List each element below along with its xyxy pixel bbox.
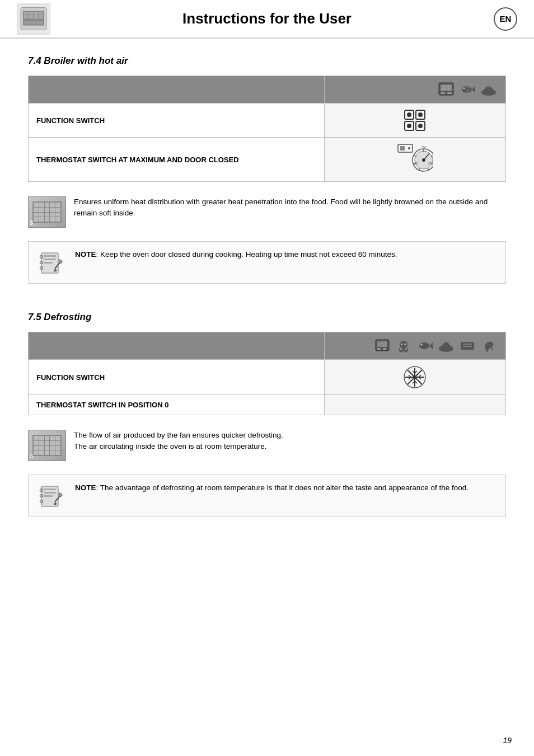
svg-point-67 xyxy=(400,341,407,349)
defrost-function-icon xyxy=(332,365,498,389)
section-74-table: FUNCTION SWITCH xyxy=(28,76,506,182)
svg-text:250: 250 xyxy=(421,145,427,149)
page-title: Instructions for the User xyxy=(182,10,352,27)
function-switch-75-label: FUNCTION SWITCH xyxy=(29,360,325,395)
oven-shelf-number: 3 xyxy=(30,219,33,226)
defrost-icon-2 xyxy=(395,337,413,355)
thermostat-75-icon-cell xyxy=(324,395,505,415)
thermostat-label: THERMOSTAT SWITCH AT MAXIMUM AND DOOR CL… xyxy=(29,138,325,182)
function-switch-75-row: FUNCTION SWITCH xyxy=(29,360,506,395)
svg-rect-74 xyxy=(461,342,474,350)
svg-rect-64 xyxy=(377,341,387,347)
thermostat-row: THERMOSTAT SWITCH AT MAXIMUM AND DOOR CL… xyxy=(29,138,506,182)
svg-rect-56 xyxy=(44,262,53,264)
section-75-note: NOTE: The advantage of defrosting at roo… xyxy=(28,475,506,517)
svg-point-72 xyxy=(421,344,423,346)
svg-rect-93 xyxy=(44,492,56,494)
section-75-info-text: The flow of air produced by the fan ensu… xyxy=(74,430,506,453)
section-74-note: NOTE: Keep the oven door closed during c… xyxy=(28,241,506,284)
table-75-header-row xyxy=(29,332,506,360)
section-75-info: 3 The flow of air produced by the fan en… xyxy=(28,424,506,467)
section-75-title: 7.5 Defrosting xyxy=(28,312,506,323)
svg-point-70 xyxy=(419,342,429,349)
svg-point-31 xyxy=(418,112,423,117)
svg-rect-37 xyxy=(400,146,405,151)
thermostat-75-label: THERMOSTAT SWITCH IN POSITION 0 xyxy=(29,395,325,415)
function-switch-row: FUNCTION SWITCH xyxy=(29,104,506,138)
thermostat-dial-icon: 250 200 100 xyxy=(332,143,498,176)
table-header-row xyxy=(29,76,506,104)
svg-text:200: 200 xyxy=(428,162,433,165)
fish-icon xyxy=(458,81,476,98)
svg-rect-55 xyxy=(44,259,56,260)
svg-marker-18 xyxy=(472,86,475,93)
svg-rect-66 xyxy=(383,348,386,350)
svg-point-38 xyxy=(408,147,410,149)
svg-rect-16 xyxy=(447,92,452,94)
table-75-header-empty xyxy=(29,332,325,360)
table-75-header-icons xyxy=(324,332,505,360)
svg-rect-36 xyxy=(398,144,413,152)
roast-icon xyxy=(480,81,498,98)
logo-image xyxy=(17,3,50,34)
section-75-note-text: NOTE: The advantage of defrosting at roo… xyxy=(75,482,469,494)
defrost-icon-5 xyxy=(458,337,476,355)
main-content: 7.4 Broiler with hot air xyxy=(0,39,534,551)
page-header: Instructions for the User EN xyxy=(0,0,534,39)
svg-rect-94 xyxy=(44,495,53,497)
svg-point-35 xyxy=(418,124,423,128)
defrost-icon-1 xyxy=(373,337,391,355)
function-switch-label: FUNCTION SWITCH xyxy=(29,104,325,138)
svg-line-48 xyxy=(419,168,420,170)
svg-line-45 xyxy=(428,168,429,170)
svg-marker-71 xyxy=(429,342,433,349)
svg-point-90 xyxy=(413,375,416,379)
table-header-empty xyxy=(29,76,325,104)
svg-rect-65 xyxy=(377,348,381,350)
svg-rect-15 xyxy=(441,92,445,94)
oven-shelf-number-75: 3 xyxy=(30,453,33,459)
defrost-icon-6 xyxy=(480,337,498,355)
svg-point-19 xyxy=(463,88,465,90)
defrost-icon-3 xyxy=(416,337,434,355)
oven-image-74: 3 xyxy=(28,196,66,228)
svg-point-29 xyxy=(407,112,411,117)
function-switch-icon xyxy=(324,104,505,138)
svg-point-33 xyxy=(407,124,411,128)
thermostat-icon-cell: 250 200 100 xyxy=(324,138,505,182)
oven-image-75: 3 xyxy=(28,430,66,461)
section-74-title: 7.4 Broiler with hot air xyxy=(28,55,506,67)
section-75-table: FUNCTION SWITCH xyxy=(28,332,506,415)
thermostat-75-row: THERMOSTAT SWITCH IN POSITION 0 xyxy=(29,395,506,415)
function-switch-75-icon xyxy=(324,360,505,395)
svg-point-69 xyxy=(405,344,406,345)
section-74-info: 3 Ensures uniform heat distribution with… xyxy=(28,191,506,233)
svg-point-68 xyxy=(401,344,403,345)
oven-icon xyxy=(437,81,455,98)
svg-rect-54 xyxy=(44,255,56,257)
svg-rect-92 xyxy=(44,489,56,490)
broiler-function-icon xyxy=(332,109,498,132)
note-icon-74 xyxy=(36,248,67,276)
defrost-icon-4 xyxy=(437,337,455,355)
svg-rect-10 xyxy=(441,84,452,91)
page-number: 19 xyxy=(503,736,512,745)
svg-rect-8 xyxy=(24,21,43,25)
svg-text:100: 100 xyxy=(414,162,418,165)
section-74-info-text: Ensures uniform heat distribution with g… xyxy=(74,196,506,219)
section-74-note-text: NOTE: Keep the oven door closed during c… xyxy=(75,248,397,261)
table-header-icons xyxy=(324,76,505,104)
language-badge: EN xyxy=(494,7,517,31)
note-icon-75 xyxy=(36,482,67,510)
